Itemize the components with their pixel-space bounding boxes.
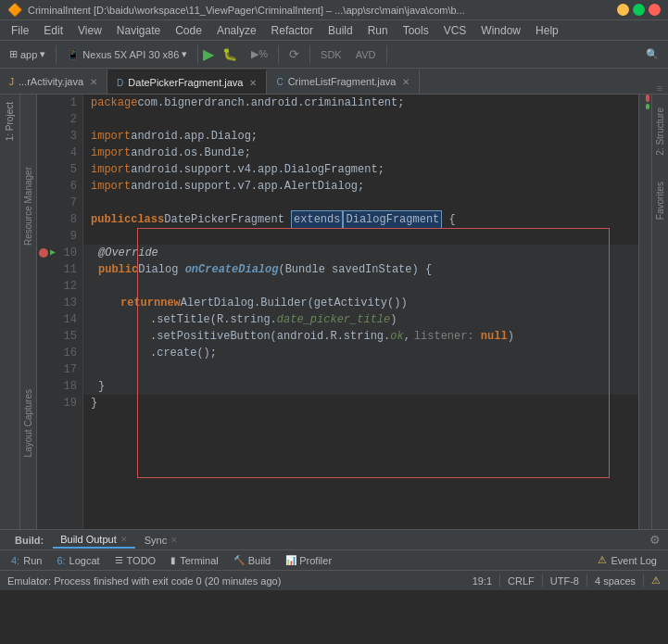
separator-1 [56, 45, 57, 64]
sep-3 [586, 575, 587, 587]
line-num-14: 14 [37, 311, 77, 328]
tab-label-1: DatePickerFragment.java [128, 77, 243, 88]
menu-vcs[interactable]: VCS [436, 22, 474, 39]
menu-window[interactable]: Window [473, 22, 528, 39]
right-tool-strip-bottom: ⚠ Event Log [590, 550, 664, 571]
logcat-tab-label: Logcat [69, 555, 100, 566]
tool-tab-event-log[interactable]: ⚠ Event Log [590, 550, 664, 571]
line-ending[interactable]: CRLF [508, 575, 535, 587]
device-dropdown[interactable]: 📱 Nexus 5X API 30 x86 ▾ [61, 44, 193, 66]
build-icon: 🔨 [233, 555, 245, 565]
minimize-button[interactable] [617, 4, 629, 16]
menu-view[interactable]: View [70, 22, 109, 39]
line-num-3: 3 [37, 128, 77, 145]
tab-icon-0: J [9, 77, 14, 87]
debug-button[interactable]: 🐛 [217, 44, 243, 66]
tab-label-2: CrimeListFragment.java [288, 76, 397, 87]
line-num-11: 11 [37, 261, 77, 278]
tab-close-2[interactable]: ✕ [402, 77, 410, 87]
editor-scrollbar[interactable] [638, 95, 651, 529]
line-num-19: 19 [37, 395, 77, 411]
avd-manager[interactable]: AVD [350, 44, 382, 66]
separator-5 [386, 45, 387, 64]
title-bar: 🔶 CriminalIntent [D:\baidu\workspace\11_… [0, 0, 668, 20]
run-button[interactable]: ▶ [203, 45, 214, 63]
menu-run[interactable]: Run [360, 22, 396, 39]
close-button[interactable] [649, 4, 661, 16]
settings-icon[interactable]: ⚙ [649, 533, 661, 547]
code-line-6: import android.support.v7.app.AlertDialo… [83, 178, 638, 195]
menu-tools[interactable]: Tools [396, 22, 436, 39]
app-icon: 🔶 [7, 3, 22, 17]
menu-edit[interactable]: Edit [36, 22, 70, 39]
sync-button[interactable]: ⟳ [284, 44, 305, 66]
indent-setting[interactable]: 4 spaces [595, 575, 636, 587]
logcat-tab-num: 6: [57, 555, 65, 566]
build-label: Build: [7, 533, 51, 548]
menu-navigate[interactable]: Navigate [109, 22, 168, 39]
file-encoding[interactable]: UTF-8 [550, 575, 579, 587]
menu-help[interactable]: Help [528, 22, 566, 39]
line-num-1: 1 [37, 95, 77, 111]
resource-manager-label[interactable]: Resource Manager [21, 163, 35, 249]
menu-code[interactable]: Code [168, 22, 209, 39]
code-line-18: } [83, 378, 638, 395]
terminal-icon: ▮ [170, 555, 176, 565]
cursor-position[interactable]: 19:1 [473, 575, 492, 587]
tab-build-output[interactable]: Build Output ✕ [53, 532, 135, 549]
tab-2[interactable]: C CrimeListFragment.java ✕ [267, 69, 420, 94]
left-tool-strip: Resource Manager Layout Captures [20, 95, 37, 529]
status-message: Emulator: Process finished with exit cod… [7, 575, 281, 587]
chevron-down-icon-2: ▾ [182, 48, 187, 60]
menu-refactor[interactable]: Refactor [264, 22, 321, 39]
project-tool-label[interactable]: 1: Project [1, 95, 19, 148]
tab-close-0[interactable]: ✕ [90, 77, 97, 87]
tool-tab-logcat[interactable]: 6: Logcat [49, 550, 107, 571]
structure-label[interactable]: 2: Structure [653, 104, 667, 159]
tool-tab-run[interactable]: 4: Run [4, 550, 49, 571]
exec-arrow: ▶ [50, 245, 56, 261]
run-with-coverage[interactable]: ▶% [246, 44, 273, 66]
code-line-14: .setTitle(R.string.date_picker_title) [83, 311, 638, 328]
close-sync[interactable]: ✕ [170, 536, 178, 545]
line-num-9: 9 [37, 228, 77, 245]
tab-1[interactable]: D DatePickerFragment.java ✕ [107, 69, 267, 94]
code-line-8: public class DatePickerFragment extends … [83, 211, 638, 228]
project-dropdown[interactable]: ⊞ app ▾ [4, 44, 51, 66]
tab-0[interactable]: J ...rActivity.java ✕ [0, 69, 107, 94]
code-line-1: package com.bignerdranch.android.crimina… [83, 95, 638, 111]
event-log-label: Event Log [611, 555, 657, 566]
favorites-label[interactable]: Favorites [653, 178, 667, 223]
maximize-button[interactable] [633, 4, 645, 16]
tab-overflow[interactable]: ≡ [651, 82, 668, 94]
search-everywhere[interactable]: 🔍 [640, 44, 664, 66]
tab-close-1[interactable]: ✕ [249, 78, 257, 88]
separator-3 [278, 45, 279, 64]
tool-tab-todo[interactable]: ☰ TODO [107, 550, 164, 571]
dropdown-icon: ⊞ [9, 48, 18, 60]
layout-captures-label[interactable]: Layout Captures [21, 385, 35, 461]
tool-tab-build[interactable]: 🔨 Build [226, 550, 278, 571]
code-editor[interactable]: package com.bignerdranch.android.crimina… [83, 95, 638, 529]
line-num-2: 2 [37, 111, 77, 128]
line-num-5: 5 [37, 161, 77, 178]
main-toolbar: ⊞ app ▾ 📱 Nexus 5X API 30 x86 ▾ ▶ 🐛 ▶% ⟳… [0, 41, 668, 69]
device-icon: 📱 [67, 48, 80, 60]
separator-2 [197, 45, 198, 64]
sdk-manager[interactable]: SDK [315, 44, 347, 66]
profiler-icon: 📊 [285, 555, 296, 565]
line-num-13: 13 [37, 295, 77, 311]
menu-build[interactable]: Build [321, 22, 360, 39]
menu-analyze[interactable]: Analyze [209, 22, 264, 39]
line-num-6: 6 [37, 178, 77, 195]
tab-sync[interactable]: Sync ✕ [137, 533, 185, 548]
close-build-output[interactable]: ✕ [120, 535, 128, 544]
menu-file[interactable]: File [4, 22, 36, 39]
todo-tab-label: TODO [127, 555, 157, 566]
tool-tab-terminal[interactable]: ▮ Terminal [163, 550, 226, 571]
code-line-13: return new AlertDialog.Builder(getActivi… [83, 295, 638, 311]
tool-tab-profiler[interactable]: 📊 Profiler [278, 550, 339, 571]
tab-icon-2: C [276, 77, 283, 87]
code-line-5: import android.support.v4.app.DialogFrag… [83, 161, 638, 178]
breakpoint-marker [39, 248, 48, 258]
